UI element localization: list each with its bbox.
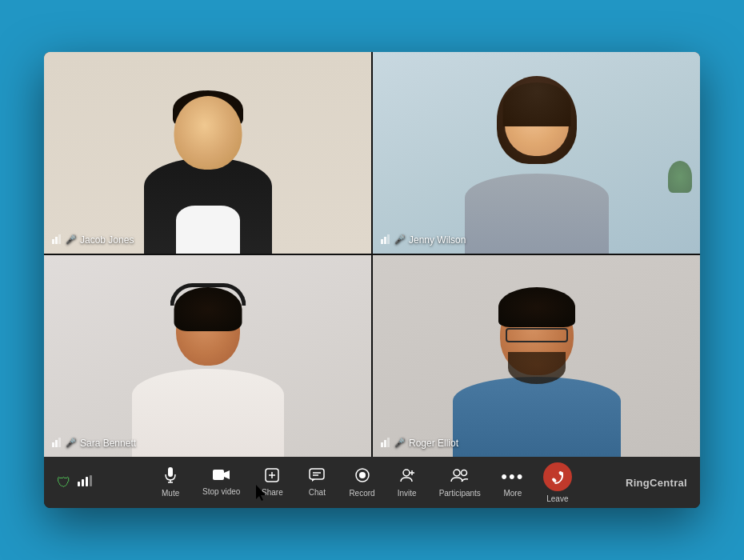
leave-btn-circle[interactable] xyxy=(543,462,572,491)
svg-rect-4 xyxy=(384,237,386,244)
svg-rect-14 xyxy=(86,477,88,486)
stop-video-label: Stop video xyxy=(202,487,240,496)
mic-icon-jenny: 🎤 xyxy=(394,234,406,245)
signal-icon-roger xyxy=(381,437,391,449)
svg-rect-9 xyxy=(381,442,383,447)
svg-rect-23 xyxy=(310,469,324,479)
mic-icon-jacob: 🎤 xyxy=(66,234,77,245)
video-cell-jacob: 🎤 Jacob Jones xyxy=(44,52,371,254)
leave-label: Leave xyxy=(546,494,568,503)
record-button[interactable]: Record xyxy=(341,462,382,502)
svg-rect-7 xyxy=(55,440,58,447)
participants-label: Participants xyxy=(439,489,481,498)
participants-icon xyxy=(450,467,470,486)
invite-label: Invite xyxy=(398,489,417,498)
mic-icon-roger: 🎤 xyxy=(394,438,406,448)
meeting-window: 🎤 Jacob Jones xyxy=(44,52,700,508)
svg-rect-15 xyxy=(90,475,92,486)
invite-icon xyxy=(399,467,415,486)
chat-button[interactable]: Chat xyxy=(296,463,338,502)
mute-icon xyxy=(163,467,178,486)
svg-rect-1 xyxy=(55,237,58,244)
svg-rect-2 xyxy=(58,234,61,244)
mute-button[interactable]: Mute xyxy=(150,462,191,502)
svg-point-31 xyxy=(454,470,460,476)
toolbar-left: 🛡 xyxy=(57,474,121,491)
participant-label-jacob: 🎤 Jacob Jones xyxy=(52,234,134,246)
svg-rect-8 xyxy=(58,438,61,447)
leave-button[interactable]: Leave xyxy=(537,459,578,506)
participant-label-jenny: 🎤 Jenny Wilson xyxy=(381,234,466,246)
video-cell-sara: 🎤 Sara Bennett xyxy=(44,255,371,457)
ringcentral-logo: RingCentral xyxy=(626,477,687,489)
participant-name-sara: Sara Bennett xyxy=(80,438,136,449)
more-button[interactable]: ••• More xyxy=(492,463,534,502)
participant-name-roger: Roger Elliot xyxy=(409,438,458,449)
share-button[interactable]: Share xyxy=(251,463,293,502)
participant-label-roger: 🎤 Roger Elliot xyxy=(381,437,458,449)
toolbar-center: Mute Stop video xyxy=(121,459,607,506)
shield-icon: 🛡 xyxy=(57,474,71,491)
participant-name-jacob: Jacob Jones xyxy=(80,234,134,246)
more-icon: ••• xyxy=(501,468,524,486)
participant-label-sara: 🎤 Sara Bennett xyxy=(52,437,136,449)
share-icon xyxy=(265,468,279,485)
svg-point-32 xyxy=(461,470,466,476)
toolbar: 🛡 xyxy=(44,457,700,508)
stop-video-button[interactable]: Stop video xyxy=(194,464,248,501)
svg-rect-11 xyxy=(387,438,390,447)
toolbar-right: RingCentral xyxy=(607,477,687,489)
mic-icon-sara: 🎤 xyxy=(66,438,77,448)
record-label: Record xyxy=(349,489,374,498)
video-grid: 🎤 Jacob Jones xyxy=(44,52,700,457)
svg-point-27 xyxy=(359,472,366,478)
chat-label: Chat xyxy=(309,488,326,497)
invite-button[interactable]: Invite xyxy=(386,462,428,502)
participants-button[interactable]: Participants xyxy=(431,462,489,502)
signal-strength-icon xyxy=(78,475,92,490)
stop-video-icon xyxy=(213,469,230,484)
signal-icon-jacob xyxy=(52,234,62,246)
signal-icon-sara xyxy=(52,437,62,449)
participant-name-jenny: Jenny Wilson xyxy=(409,234,466,246)
video-cell-roger: 🎤 Roger Elliot xyxy=(373,255,700,457)
svg-rect-12 xyxy=(78,482,80,486)
chat-icon xyxy=(309,468,325,485)
share-label: Share xyxy=(262,488,283,497)
mute-label: Mute xyxy=(162,489,179,498)
more-label: More xyxy=(503,489,522,498)
svg-rect-10 xyxy=(384,440,386,447)
svg-point-28 xyxy=(403,470,410,476)
svg-rect-0 xyxy=(52,239,54,244)
video-cell-jenny: 🎤 Jenny Wilson xyxy=(373,52,700,254)
svg-rect-5 xyxy=(387,234,390,244)
svg-rect-19 xyxy=(213,470,224,480)
svg-rect-16 xyxy=(168,467,173,477)
svg-point-34 xyxy=(551,477,557,482)
record-icon xyxy=(354,467,370,486)
svg-rect-6 xyxy=(52,442,54,447)
svg-rect-13 xyxy=(82,479,84,486)
signal-icon-jenny xyxy=(381,234,391,246)
svg-rect-3 xyxy=(381,239,383,244)
